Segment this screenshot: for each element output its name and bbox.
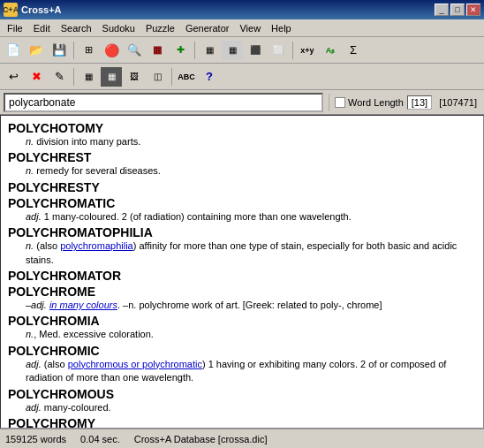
toolbar-sep-1: [73, 42, 74, 59]
toolbar-sep-3: [292, 42, 293, 59]
new-button[interactable]: 📄: [3, 41, 24, 60]
title-bar-text: Cross+A: [21, 4, 435, 15]
menu-sudoku[interactable]: Sudoku: [97, 21, 140, 35]
status-time: 0.04 sec.: [80, 434, 120, 444]
menu-generator[interactable]: Generator: [180, 21, 235, 35]
xplus-button[interactable]: x+y: [297, 41, 318, 60]
entry-word: POLYCHROMY: [8, 416, 476, 429]
help-button[interactable]: ?: [199, 67, 220, 87]
toolbar-2: ↩ ✖ ✎ ▦ ▦ 🖼 ◫ ABC ?: [0, 64, 484, 90]
toolbar2-sep-2: [171, 68, 172, 86]
entry-definition: adj. 1 many-coloured. 2 (of radiation) c…: [26, 210, 476, 224]
entry-word: POLYCHREST: [8, 150, 476, 164]
grid2-btn-1[interactable]: ▦: [78, 67, 99, 87]
entry-definition: adj. (also polychromous or polychromatic…: [26, 358, 476, 385]
grid2-btn-2[interactable]: ▦: [101, 67, 122, 87]
toolbar2-sep-1: [73, 68, 74, 86]
entry-definition: n., Med. excessive coloration.: [26, 328, 476, 341]
search-bar: Word Length [13] [107471]: [0, 90, 484, 115]
grid2-btn-3[interactable]: ◫: [147, 67, 168, 87]
menu-edit[interactable]: Edit: [28, 21, 56, 35]
entry-definition: n. division into many parts.: [26, 135, 476, 148]
open-button[interactable]: 📂: [26, 41, 47, 60]
grid-btn-4[interactable]: ⬜: [268, 41, 289, 60]
menu-search[interactable]: Search: [56, 21, 97, 35]
menu-puzzle[interactable]: Puzzle: [140, 21, 180, 35]
delete-button[interactable]: ✖: [26, 67, 47, 87]
menu-help[interactable]: Help: [266, 21, 297, 35]
entry-word: POLYCHROMIA: [8, 314, 476, 328]
pic-button[interactable]: 🖼: [124, 67, 145, 87]
edit-button[interactable]: ✎: [49, 67, 70, 87]
entry-word: POLYCHOTOMY: [8, 121, 476, 135]
entry-word: POLYCHROMOUS: [8, 387, 476, 401]
menu-view[interactable]: View: [234, 21, 266, 35]
entry-definition: adj. many-coloured.: [26, 401, 476, 414]
entry-word: POLYCHRESTY: [8, 180, 476, 194]
save-button[interactable]: 💾: [49, 41, 70, 60]
title-bar: C+A Cross+A _ □ ✕: [0, 0, 484, 19]
toolbar-1: 📄 📂 💾 ⊞ 🔴 🔍 ▦ ✚ ▦ ▦ ⬛ ⬜ x+y Aᵦ Σ: [0, 37, 484, 64]
tool-a[interactable]: ▦: [147, 41, 168, 60]
ab-button[interactable]: Aᵦ: [320, 41, 341, 60]
grid-btn-2[interactable]: ▦: [222, 41, 243, 60]
menu-file[interactable]: File: [2, 21, 28, 35]
find-button[interactable]: 🔍: [124, 41, 145, 60]
close-button[interactable]: ✕: [466, 4, 480, 16]
minimize-button[interactable]: _: [435, 4, 449, 16]
grid-btn-1[interactable]: ▦: [199, 41, 220, 60]
title-bar-buttons: _ □ ✕: [435, 4, 480, 16]
sigma-button[interactable]: Σ: [343, 41, 364, 60]
search-input[interactable]: [4, 93, 323, 112]
find-red-button[interactable]: 🔴: [101, 41, 122, 60]
word-length-label: Word Length: [348, 97, 404, 108]
status-word-count: 159125 words: [5, 434, 66, 444]
undo-button[interactable]: ↩: [3, 67, 24, 87]
word-length-checkbox-wrapper: Word Length: [335, 97, 404, 108]
entry-definition: –adj. in many colours. –n. polychrome wo…: [26, 299, 476, 312]
status-database: Cross+A Database [crossa.dic]: [134, 434, 268, 444]
entry-word: POLYCHROMATOR: [8, 269, 476, 283]
entry-word: POLYCHROME: [8, 285, 476, 299]
word-length-value: [13]: [407, 95, 432, 110]
entry-definition: n. remedy for several diseases.: [26, 164, 476, 178]
status-bar: 159125 words 0.04 sec. Cross+A Database …: [0, 429, 484, 448]
entry-word: POLYCHROMATIC: [8, 196, 476, 210]
app-icon: C+A: [4, 3, 18, 17]
copy-grid-button[interactable]: ⊞: [78, 41, 99, 60]
search-divider: [329, 94, 329, 111]
spell-button[interactable]: ABC: [176, 67, 197, 87]
grid-btn-3[interactable]: ⬛: [245, 41, 266, 60]
content-area: POLYCHOTOMYn. division into many parts.P…: [0, 115, 484, 429]
entry-word: POLYCHROMIC: [8, 344, 476, 358]
toolbar-sep-2: [194, 42, 195, 59]
tool-b[interactable]: ✚: [170, 41, 191, 60]
word-count-value: [107471]: [435, 96, 480, 109]
entry-word: POLYCHROMATOPHILIA: [8, 225, 476, 239]
word-length-area: Word Length [13] [107471]: [335, 95, 480, 110]
menu-bar: File Edit Search Sudoku Puzzle Generator…: [0, 19, 484, 37]
entry-definition: n. (also polychromaphilia) affinity for …: [26, 239, 476, 267]
word-length-checkbox[interactable]: [335, 97, 345, 108]
maximize-button[interactable]: □: [450, 4, 465, 16]
